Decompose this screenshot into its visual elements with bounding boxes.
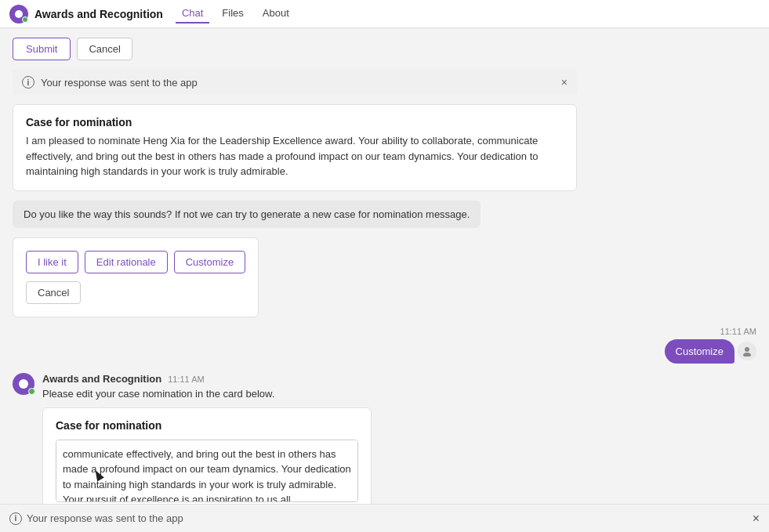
outgoing-bubble: Customize [665, 339, 735, 364]
bot-avatar-inner [19, 379, 28, 389]
info-bar-1-close[interactable]: × [561, 76, 568, 89]
app-icon-inner [15, 10, 23, 18]
info-bar-2-close[interactable]: × [753, 512, 760, 526]
bot-message-row: Awards and Recognition 11:11 AM Please e… [13, 373, 756, 505]
edit-card: Case for nomination Submit Cancel [42, 407, 372, 505]
tab-files[interactable]: Files [216, 4, 249, 24]
info-bar-2-message: Your response was sent to the app [27, 512, 183, 524]
options-row-1: I like it Edit rationale Customize [26, 251, 245, 273]
bot-message-text: Please edit your case nomination in the … [42, 388, 756, 400]
svg-point-0 [745, 347, 749, 352]
outgoing-area: 11:11 AM Customize [665, 327, 756, 364]
edit-rationale-button[interactable]: Edit rationale [85, 251, 168, 273]
status-bar-bottom: i Your response was sent to the app × [0, 504, 769, 532]
app-title: Awards and Recognition [34, 8, 163, 20]
bot-header: Awards and Recognition 11:11 AM [42, 373, 756, 385]
bot-name: Awards and Recognition [42, 373, 161, 385]
bot-avatar [13, 373, 34, 395]
options-card: I like it Edit rationale Customize Cance… [13, 237, 259, 317]
outgoing-user-icon [738, 342, 756, 360]
top-action-area: Submit Cancel [13, 38, 132, 60]
outgoing-icon-wrapper: Customize [665, 339, 756, 364]
top-cancel-button[interactable]: Cancel [77, 38, 132, 60]
outgoing-time: 11:11 AM [720, 327, 756, 336]
options-cancel-button[interactable]: Cancel [26, 281, 81, 304]
customize-button[interactable]: Customize [174, 251, 245, 273]
edit-card-title: Case for nomination [56, 419, 358, 432]
chat-area: Submit Cancel i Your response was sent t… [0, 28, 769, 504]
bot-avatar-dot [28, 388, 35, 395]
info-icon-1: i [22, 76, 34, 89]
tab-about[interactable]: About [256, 4, 296, 24]
tab-chat[interactable]: Chat [176, 4, 209, 24]
app-icon-online-dot [22, 16, 28, 23]
info-bar-1: i Your response was sent to the app × [13, 70, 577, 95]
options-row-2: Cancel [26, 281, 245, 304]
edit-textarea[interactable] [56, 440, 358, 502]
nomination-card-text: I am pleased to nominate Heng Xia for th… [26, 133, 564, 179]
app-icon [9, 5, 28, 24]
nomination-card: Case for nomination I am pleased to nomi… [13, 104, 577, 191]
svg-point-1 [743, 353, 751, 356]
bot-content: Awards and Recognition 11:11 AM Please e… [42, 373, 756, 505]
info-bar-1-message: Your response was sent to the app [41, 77, 198, 89]
info-icon-2: i [9, 512, 22, 525]
top-nav: Awards and Recognition Chat Files About [0, 0, 769, 28]
top-submit-button[interactable]: Submit [13, 38, 71, 60]
bot-time: 11:11 AM [168, 375, 204, 384]
nomination-card-title: Case for nomination [26, 116, 564, 128]
like-it-button[interactable]: I like it [26, 251, 78, 273]
question-bubble: Do you like the way this sounds? If not … [13, 201, 481, 228]
